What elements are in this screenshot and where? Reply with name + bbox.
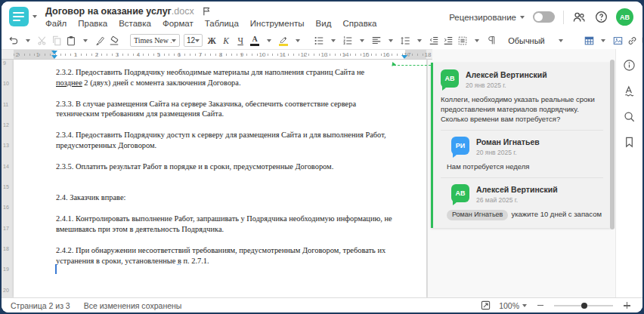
paste-caret[interactable] [79,33,92,48]
app-window: Договор на оказание услуг.docx Файл Прав… [2,2,642,312]
about-button[interactable] [622,57,637,72]
menu-insert[interactable]: Вставка [119,19,151,28]
user-avatar[interactable]: АВ [616,8,633,26]
line-spacing-button[interactable] [398,33,412,48]
paragraph-settings-caret[interactable] [470,33,484,48]
menu-edit[interactable]: Правка [78,19,107,28]
line-spacing-caret[interactable] [413,33,426,48]
highlight-color-caret[interactable] [291,33,305,48]
right-indent-marker[interactable] [401,55,407,59]
zoom-in-button[interactable] [620,298,633,312]
paragraph-2-3-3[interactable]: 2.3.3. В случае размещения Сайта на серв… [56,99,399,120]
insert-image-button[interactable] [611,33,624,48]
navigation-button[interactable] [622,134,637,149]
caret-down-icon [172,39,176,42]
commented-text[interactable]: позднее [56,78,82,87]
font-color-caret[interactable] [262,33,276,48]
left-indent-marker[interactable] [51,55,57,59]
font-color-button[interactable]: А [248,33,262,48]
align-left-icon [371,35,382,46]
show-paragraph-marks-button[interactable] [485,33,498,48]
zoom-out-button[interactable] [534,298,547,312]
insert-comment-button[interactable] [639,33,642,48]
clear-style-button[interactable] [107,33,121,48]
menu-file[interactable]: Файл [45,19,67,28]
horizontal-ruler[interactable]: 2 1 1 2 3 4 5 6 7 8 9 10 11 12 13 14 15 … [2,49,432,60]
increase-indent-button[interactable] [441,33,455,48]
paragraph-2-3-4[interactable]: 2.3.4. Предоставить Подрядчику доступ к … [56,130,399,151]
people-icon [572,11,586,23]
search-button[interactable] [622,109,637,124]
mention-pill[interactable]: Роман Игнатьев [447,210,508,220]
underline-button[interactable]: Ч [234,33,247,48]
menu-table[interactable]: Таблица [205,19,239,28]
vertical-ruler-number: 12 [3,122,9,128]
ruler-number: 1 [74,51,77,58]
font-name-select[interactable]: Times New ... [130,34,180,47]
paragraph-2-3-5[interactable]: 2.3.5. Оплатить результат Работ в порядк… [56,162,399,172]
comment-thread-card[interactable]: АВ Алексей Вертинский 20 янв 2025 г. Кол… [431,63,611,228]
caret-down-icon [559,39,563,42]
comments-scrollbar[interactable] [610,60,615,229]
help-button[interactable] [594,10,608,24]
bullet-list-button[interactable] [312,33,326,48]
document-area[interactable]: 9 10 11 12 13 14 15 16 17 18 19 20 2.3.2… [2,60,428,297]
italic-button[interactable]: К [219,33,233,48]
review-mode-dropdown[interactable]: Рецензирование [449,13,525,22]
status-bar: Страница 2 из 3 Все изменения сохранены … [2,297,642,312]
spellcheck-button[interactable] [622,83,637,98]
logo-caret-icon[interactable] [33,15,37,18]
review-toggle[interactable] [533,11,555,23]
fit-width-button[interactable] [478,298,492,312]
collaboration-users-button[interactable] [572,10,586,24]
comment-date: 26 май 2025 г. [476,196,558,204]
document-page[interactable]: 2.3.2. Предоставить Подрядчику необходим… [14,60,426,297]
spellcheck-icon [623,85,636,97]
page-indicator[interactable]: Страница 2 из 3 [11,301,70,310]
font-size-select[interactable]: 12 [184,34,203,47]
format-painter-button[interactable] [93,33,107,48]
zoom-slider[interactable] [554,301,613,310]
ruler-number: 10 [259,51,266,58]
zoom-slider-thumb[interactable] [581,303,587,309]
highlight-color-button[interactable] [277,33,290,48]
ruler-number: 5 [157,51,160,58]
ruler-number: 4 [137,51,140,58]
insert-table-button[interactable] [582,33,596,48]
table-icon [584,35,595,46]
zoom-level-dropdown[interactable]: 100% [499,301,527,310]
decrease-indent-button[interactable] [427,33,441,48]
vertical-ruler-number: 15 [3,184,9,189]
menu-tools[interactable]: Инструменты [250,19,305,28]
paste-button[interactable] [64,33,78,48]
flag-icon[interactable] [202,6,212,17]
first-line-indent-marker[interactable] [51,51,57,54]
comment-avatar: АВ [451,184,469,202]
menu-format[interactable]: Формат [163,19,194,28]
app-logo[interactable] [9,7,29,26]
paragraph-style-select[interactable]: Обычный [508,36,568,45]
document-text[interactable]: 2.3.2. Предоставить Подрядчику необходим… [56,67,399,276]
insert-table-caret[interactable] [596,33,610,48]
numbered-list-icon [342,35,353,46]
paragraph-2-4[interactable]: 2.4. Заказчик вправе: [56,192,399,203]
numbered-list-button[interactable] [341,33,355,48]
align-button[interactable] [370,33,383,48]
align-caret[interactable] [384,33,398,48]
paragraph-2-3-2[interactable]: 2.3.2. Предоставить Подрядчику необходим… [56,67,399,88]
info-icon [623,59,636,72]
menu-view[interactable]: Вид [316,19,332,28]
insert-link-button[interactable] [625,33,639,48]
highlighter-icon [279,35,288,43]
paragraph-settings-button[interactable] [456,33,469,48]
numbered-list-caret[interactable] [355,33,369,48]
bullet-list-caret[interactable] [327,33,340,48]
caret-down-icon [520,16,525,19]
paragraph-2-4-1[interactable]: 2.4.1. Контролировать выполнение Работ, … [56,214,399,235]
comment-author: Алексей Вертинский [476,184,558,194]
menu-help[interactable]: Справка [342,19,376,28]
undo-button[interactable] [7,33,20,48]
paragraph-2-4-2[interactable]: 2.4.2. При обнаружении несоответствий тр… [56,245,399,266]
undo-caret[interactable] [21,33,35,48]
bold-button[interactable]: Ж [205,33,218,48]
